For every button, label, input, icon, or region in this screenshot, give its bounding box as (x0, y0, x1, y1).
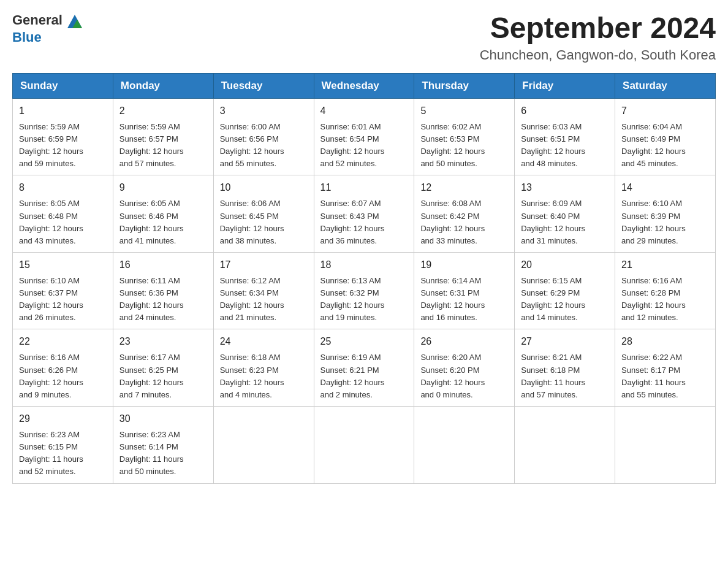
day-number: 23 (119, 334, 207, 349)
day-number: 6 (521, 104, 609, 118)
day-info: Sunrise: 6:05 AM Sunset: 6:46 PM Dayligh… (119, 197, 207, 247)
day-info: Sunrise: 6:16 AM Sunset: 6:26 PM Dayligh… (19, 351, 107, 401)
day-info: Sunrise: 6:00 AM Sunset: 6:56 PM Dayligh… (220, 121, 308, 170)
day-number: 14 (621, 180, 709, 195)
day-number: 28 (621, 334, 709, 349)
day-number: 12 (420, 180, 508, 195)
day-number: 19 (420, 258, 508, 272)
calendar-cell: 12Sunrise: 6:08 AM Sunset: 6:42 PM Dayli… (414, 175, 515, 253)
day-number: 29 (19, 412, 107, 426)
logo-text-blue: Blue (12, 29, 42, 45)
day-number: 22 (19, 334, 107, 349)
day-number: 1 (19, 104, 107, 118)
day-number: 9 (119, 180, 207, 195)
day-info: Sunrise: 6:04 AM Sunset: 6:49 PM Dayligh… (621, 121, 709, 170)
calendar-cell: 2Sunrise: 5:59 AM Sunset: 6:57 PM Daylig… (113, 98, 213, 175)
day-number: 2 (119, 104, 207, 118)
calendar-cell: 14Sunrise: 6:10 AM Sunset: 6:39 PM Dayli… (615, 175, 716, 253)
day-number: 17 (220, 258, 308, 272)
header-monday: Monday (113, 73, 213, 98)
calendar-cell: 10Sunrise: 6:06 AM Sunset: 6:45 PM Dayli… (213, 175, 314, 253)
calendar-cell: 24Sunrise: 6:18 AM Sunset: 6:23 PM Dayli… (213, 329, 314, 407)
calendar-table: SundayMondayTuesdayWednesdayThursdayFrid… (12, 73, 716, 484)
calendar-cell: 26Sunrise: 6:20 AM Sunset: 6:20 PM Dayli… (414, 329, 515, 407)
calendar-cell: 16Sunrise: 6:11 AM Sunset: 6:36 PM Dayli… (113, 252, 213, 329)
page-header: General Blue September 2024 Chuncheon, G… (12, 12, 716, 63)
calendar-cell: 22Sunrise: 6:16 AM Sunset: 6:26 PM Dayli… (13, 329, 113, 407)
calendar-cell: 13Sunrise: 6:09 AM Sunset: 6:40 PM Dayli… (515, 175, 615, 253)
day-number: 26 (420, 334, 508, 349)
calendar-cell: 21Sunrise: 6:16 AM Sunset: 6:28 PM Dayli… (615, 252, 716, 329)
day-info: Sunrise: 6:18 AM Sunset: 6:23 PM Dayligh… (220, 351, 308, 401)
day-info: Sunrise: 6:10 AM Sunset: 6:37 PM Dayligh… (19, 275, 107, 324)
day-number: 8 (19, 180, 107, 195)
day-number: 7 (621, 104, 709, 118)
header-wednesday: Wednesday (314, 73, 414, 98)
day-number: 15 (19, 258, 107, 272)
calendar-cell: 15Sunrise: 6:10 AM Sunset: 6:37 PM Dayli… (13, 252, 113, 329)
day-info: Sunrise: 6:06 AM Sunset: 6:45 PM Dayligh… (220, 197, 308, 247)
day-number: 4 (320, 104, 408, 118)
header-friday: Friday (515, 73, 615, 98)
day-info: Sunrise: 6:08 AM Sunset: 6:42 PM Dayligh… (420, 197, 508, 247)
day-info: Sunrise: 6:16 AM Sunset: 6:28 PM Dayligh… (621, 275, 709, 324)
calendar-cell (314, 407, 414, 484)
day-info: Sunrise: 6:23 AM Sunset: 6:14 PM Dayligh… (119, 429, 207, 478)
calendar-cell: 5Sunrise: 6:02 AM Sunset: 6:53 PM Daylig… (414, 98, 515, 175)
calendar-cell: 20Sunrise: 6:15 AM Sunset: 6:29 PM Dayli… (515, 252, 615, 329)
calendar-cell: 4Sunrise: 6:01 AM Sunset: 6:54 PM Daylig… (314, 98, 414, 175)
header-thursday: Thursday (414, 73, 515, 98)
calendar-cell (213, 407, 314, 484)
calendar-cell: 30Sunrise: 6:23 AM Sunset: 6:14 PM Dayli… (113, 407, 213, 484)
calendar-cell: 29Sunrise: 6:23 AM Sunset: 6:15 PM Dayli… (13, 407, 113, 484)
day-number: 27 (521, 334, 609, 349)
header-tuesday: Tuesday (213, 73, 314, 98)
calendar-cell: 3Sunrise: 6:00 AM Sunset: 6:56 PM Daylig… (213, 98, 314, 175)
day-info: Sunrise: 6:20 AM Sunset: 6:20 PM Dayligh… (420, 351, 508, 401)
day-info: Sunrise: 5:59 AM Sunset: 6:59 PM Dayligh… (19, 121, 107, 170)
day-info: Sunrise: 6:07 AM Sunset: 6:43 PM Dayligh… (320, 197, 408, 247)
day-info: Sunrise: 6:21 AM Sunset: 6:18 PM Dayligh… (521, 351, 609, 401)
day-info: Sunrise: 6:15 AM Sunset: 6:29 PM Dayligh… (521, 275, 609, 324)
calendar-cell: 1Sunrise: 5:59 AM Sunset: 6:59 PM Daylig… (13, 98, 113, 175)
day-number: 16 (119, 258, 207, 272)
header-saturday: Saturday (615, 73, 716, 98)
day-info: Sunrise: 6:14 AM Sunset: 6:31 PM Dayligh… (420, 275, 508, 324)
day-info: Sunrise: 6:19 AM Sunset: 6:21 PM Dayligh… (320, 351, 408, 401)
day-info: Sunrise: 6:01 AM Sunset: 6:54 PM Dayligh… (320, 121, 408, 170)
calendar-cell: 27Sunrise: 6:21 AM Sunset: 6:18 PM Dayli… (515, 329, 615, 407)
calendar-cell: 8Sunrise: 6:05 AM Sunset: 6:48 PM Daylig… (13, 175, 113, 253)
day-number: 20 (521, 258, 609, 272)
calendar-cell: 28Sunrise: 6:22 AM Sunset: 6:17 PM Dayli… (615, 329, 716, 407)
calendar-cell: 6Sunrise: 6:03 AM Sunset: 6:51 PM Daylig… (515, 98, 615, 175)
day-info: Sunrise: 6:02 AM Sunset: 6:53 PM Dayligh… (420, 121, 508, 170)
calendar-cell: 7Sunrise: 6:04 AM Sunset: 6:49 PM Daylig… (615, 98, 716, 175)
logo-text-general: General (12, 12, 63, 28)
day-info: Sunrise: 6:23 AM Sunset: 6:15 PM Dayligh… (19, 429, 107, 478)
day-info: Sunrise: 6:12 AM Sunset: 6:34 PM Dayligh… (220, 275, 308, 324)
day-info: Sunrise: 6:05 AM Sunset: 6:48 PM Dayligh… (19, 197, 107, 247)
day-info: Sunrise: 6:11 AM Sunset: 6:36 PM Dayligh… (119, 275, 207, 324)
day-number: 18 (320, 258, 408, 272)
calendar-cell: 19Sunrise: 6:14 AM Sunset: 6:31 PM Dayli… (414, 252, 515, 329)
day-number: 21 (621, 258, 709, 272)
day-info: Sunrise: 6:09 AM Sunset: 6:40 PM Dayligh… (521, 197, 609, 247)
day-number: 13 (521, 180, 609, 195)
day-number: 24 (220, 334, 308, 349)
day-info: Sunrise: 6:22 AM Sunset: 6:17 PM Dayligh… (621, 351, 709, 401)
day-info: Sunrise: 6:13 AM Sunset: 6:32 PM Dayligh… (320, 275, 408, 324)
logo: General Blue (12, 12, 83, 45)
calendar-cell: 18Sunrise: 6:13 AM Sunset: 6:32 PM Dayli… (314, 252, 414, 329)
week-row-3: 15Sunrise: 6:10 AM Sunset: 6:37 PM Dayli… (13, 252, 716, 329)
day-number: 5 (420, 104, 508, 118)
calendar-cell (414, 407, 515, 484)
week-row-5: 29Sunrise: 6:23 AM Sunset: 6:15 PM Dayli… (13, 407, 716, 484)
title-area: September 2024 Chuncheon, Gangwon-do, So… (480, 12, 716, 63)
calendar-cell: 11Sunrise: 6:07 AM Sunset: 6:43 PM Dayli… (314, 175, 414, 253)
calendar-cell (515, 407, 615, 484)
day-number: 30 (119, 412, 207, 426)
week-row-4: 22Sunrise: 6:16 AM Sunset: 6:26 PM Dayli… (13, 329, 716, 407)
week-row-1: 1Sunrise: 5:59 AM Sunset: 6:59 PM Daylig… (13, 98, 716, 175)
header-row: SundayMondayTuesdayWednesdayThursdayFrid… (13, 73, 716, 98)
calendar-cell (615, 407, 716, 484)
